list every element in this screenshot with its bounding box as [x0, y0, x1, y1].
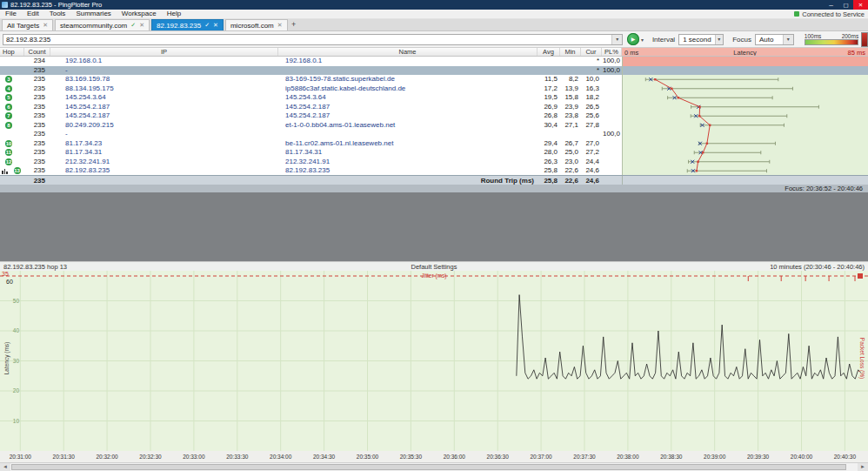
- hop-number-badge: 3: [5, 76, 12, 83]
- tab-all-targets[interactable]: All Targets✕: [2, 19, 53, 30]
- focus-value: Auto: [756, 36, 783, 44]
- packet-loss-cell: [602, 148, 622, 158]
- play-icon: ▶: [631, 33, 636, 45]
- maximize-button[interactable]: ▢: [838, 0, 853, 10]
- scroll-left-icon[interactable]: ◄: [0, 463, 10, 471]
- start-trace-button[interactable]: ▶: [627, 33, 639, 45]
- interval-select[interactable]: 1 second ▾: [678, 34, 724, 45]
- hop-cell: 10: [0, 139, 24, 149]
- hop-row-7[interactable]: 7235145.254.2.187145.254.2.18726,823,825…: [0, 111, 868, 121]
- column-header-hop[interactable]: Hop: [0, 48, 24, 56]
- hop-row-11[interactable]: 1123581.17.34.3181.17.34.3128,025,027,2: [0, 148, 868, 158]
- hop-row-3[interactable]: 323583.169.159.7883-169-159-78.static.su…: [0, 75, 868, 84]
- column-header-ip[interactable]: IP: [50, 48, 278, 56]
- hop-number-badge: 4: [5, 85, 12, 92]
- menu-edit[interactable]: Edit: [22, 10, 44, 18]
- hop-row-13[interactable]: 1323582.192.83.23582.192.83.23525,822,62…: [0, 166, 868, 176]
- timeline-scrollbar[interactable]: ◄ ►: [0, 462, 868, 471]
- hop-row-6[interactable]: 6235145.254.2.187145.254.2.18726,923,926…: [0, 103, 868, 112]
- time-tick-label: 20:33:30: [220, 454, 255, 460]
- name-cell: [278, 66, 537, 76]
- timeline-header: 82.192.83.235 hop 13 Default Settings 10…: [0, 261, 868, 271]
- count-cell: 235: [24, 148, 50, 158]
- cur-cell: 24,4: [581, 158, 602, 167]
- hop-number-badge: 10: [5, 140, 12, 147]
- avg-cell: 29,4: [537, 139, 560, 149]
- menu-help[interactable]: Help: [162, 10, 186, 18]
- min-cell: [560, 57, 581, 66]
- new-tab-button[interactable]: +: [288, 19, 300, 30]
- time-tick-label: 20:31:00: [3, 454, 37, 460]
- scrollbar-thumb[interactable]: [11, 464, 846, 470]
- hop-row-4[interactable]: 423588.134.195.175ip5886c3af.static.kabe…: [0, 84, 868, 94]
- hop-cell: 8: [0, 121, 24, 131]
- menu-workspace[interactable]: Workspace: [117, 10, 162, 18]
- column-header-latency[interactable]: 0 msLatency85 ms: [622, 48, 868, 56]
- focus-dropdown-icon: ▾: [783, 35, 793, 44]
- name-cell: 212.32.241.91: [278, 158, 537, 167]
- hop-cell: 11: [0, 148, 24, 158]
- latency-cell: [622, 130, 868, 139]
- latency-axis-max: 60: [6, 279, 13, 285]
- minimize-button[interactable]: ─: [824, 0, 838, 10]
- hop-number-badge: 13: [14, 167, 21, 174]
- hop-row-1[interactable]: 234192.168.0.1192.168.0.1*100,0: [0, 57, 868, 66]
- target-dropdown-icon[interactable]: ▾: [611, 35, 622, 44]
- focus-select[interactable]: Auto ▾: [755, 34, 794, 45]
- hop-cell: [0, 130, 24, 139]
- close-button[interactable]: ✕: [853, 0, 868, 10]
- tab-steamcommunity-com[interactable]: steamcommunity.com✓✕: [55, 19, 150, 30]
- hop-number-badge: 5: [5, 94, 12, 101]
- footer-pl-cell: [602, 176, 622, 185]
- hop-row-2[interactable]: 235-*100,0: [0, 66, 868, 76]
- timeline-range-label: 10 minutes (20:30:46 - 20:40:46): [770, 263, 865, 271]
- menu-tools[interactable]: Tools: [44, 10, 71, 18]
- tab-microsoft-com[interactable]: microsoft.com✕: [225, 19, 288, 30]
- menu-summaries[interactable]: Summaries: [70, 10, 116, 18]
- min-cell: 27,1: [560, 121, 581, 131]
- tab-82-192-83-235[interactable]: 82.192.83.235✓✕: [151, 19, 224, 30]
- hop-row-5[interactable]: 5235145.254.3.64145.254.3.6419,515,818,2: [0, 93, 868, 103]
- column-header-avg[interactable]: Avg: [537, 48, 560, 56]
- interval-value: 1 second: [679, 36, 714, 44]
- tab-close-icon[interactable]: ✕: [277, 22, 283, 29]
- avg-cell: [537, 66, 560, 76]
- hop-cell: 6: [0, 103, 24, 112]
- hop-row-9[interactable]: 235-100,0: [0, 130, 868, 139]
- hop-row-10[interactable]: 1023581.17.34.23be-11.cr02.ams-01.nl.lea…: [0, 139, 868, 149]
- scroll-right-icon[interactable]: ►: [858, 463, 868, 471]
- loss-axis-max: 35: [2, 271, 9, 277]
- count-cell: 235: [24, 103, 50, 112]
- svg-text:30: 30: [13, 358, 20, 364]
- time-tick-label: 20:36:00: [437, 454, 471, 460]
- latency-cell: [622, 57, 868, 66]
- target-input[interactable]: [3, 35, 611, 44]
- hop-row-8[interactable]: 823580.249.209.215et-1-0-0.bb04.ams-01.l…: [0, 121, 868, 131]
- time-tick-label: 20:38:30: [654, 454, 689, 460]
- tab-close-icon[interactable]: ✕: [43, 22, 48, 29]
- time-tick-label: 20:34:30: [307, 454, 342, 460]
- column-header-min[interactable]: Min: [560, 48, 581, 56]
- column-header-cur[interactable]: Cur: [581, 48, 602, 56]
- tab-close-icon[interactable]: ✕: [213, 22, 218, 29]
- column-header-count[interactable]: Count: [24, 48, 50, 56]
- latency-scale-overflow: [861, 32, 868, 47]
- title-bar: 82.192.83.235 - PingPlotter Pro ─ ▢ ✕: [0, 0, 868, 10]
- name-cell: 145.254.3.64: [278, 93, 537, 103]
- ip-cell: 192.168.0.1: [50, 57, 278, 66]
- count-cell: 235: [24, 84, 50, 94]
- hop-cell: 7: [0, 111, 24, 121]
- menu-file[interactable]: File: [0, 10, 22, 18]
- cur-cell: 27,8: [581, 121, 602, 131]
- timeline-plot[interactable]: 5040302010: [0, 271, 868, 451]
- tab-close-icon[interactable]: ✕: [139, 22, 144, 29]
- footer-avg-cell: 25,8: [537, 176, 560, 185]
- column-header-name[interactable]: Name: [278, 48, 537, 56]
- hop-row-12[interactable]: 12235212.32.241.91212.32.241.9126,323,02…: [0, 158, 868, 167]
- trace-options-dropdown-icon[interactable]: ▾: [641, 37, 644, 43]
- target-combo[interactable]: ▾: [3, 34, 623, 45]
- hop-number-badge: 6: [5, 104, 12, 111]
- latency-cell: [622, 93, 868, 103]
- column-header-pl[interactable]: PL%: [602, 48, 622, 56]
- packet-loss-cell: 100,0: [602, 66, 622, 76]
